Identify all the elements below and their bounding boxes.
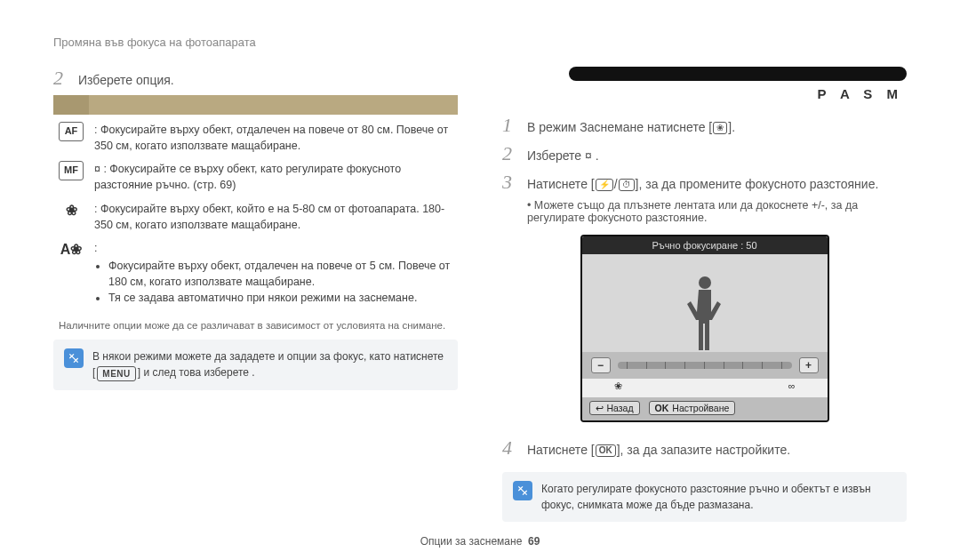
left-info-box: В някои режими можете да зададете и опци…	[53, 340, 458, 389]
option-description: :Фокусирайте върху обект, отдалечен на п…	[94, 240, 452, 307]
option-bullet: Тя се задава автоматично при някои режим…	[108, 290, 452, 306]
lcd-bottom-bar: ↩ Назад OK Настройване	[582, 397, 828, 420]
mode-letters: P A S M	[502, 86, 907, 101]
left-step-2: 2 Изберете опция.	[53, 67, 458, 90]
two-column-layout: 2 Изберете опция. AF: Фокусирайте върху …	[53, 67, 907, 522]
option-row: A❀:Фокусирайте върху обект, отдалечен на…	[53, 236, 458, 310]
options-footnote: Наличните опции може да се различават в …	[59, 320, 458, 331]
ok-button-badge: OK	[596, 444, 616, 457]
option-description: : Фокусирайте върху обект, който е на 5-…	[94, 201, 452, 233]
macro-end-icon: ❀	[614, 380, 622, 392]
camera-lcd-preview: Ръчно фокусиране : 50 − + ❀ ∞	[580, 235, 829, 422]
step-number: 3	[502, 171, 518, 194]
page-header-title: Промяна във фокуса на фотоапарата	[53, 36, 907, 49]
menu-button-badge: MENU	[97, 366, 135, 381]
manual-focus-icon: MF	[59, 161, 84, 180]
infinity-end-icon: ∞	[788, 380, 796, 392]
right-info-box: Когато регулирате фокусното разстояние р…	[502, 472, 907, 522]
lcd-ok-button[interactable]: OK Настройване	[649, 401, 736, 415]
autofocus-icon: AF	[59, 122, 84, 141]
timer-icon: ⏱	[619, 179, 635, 191]
lcd-back-button[interactable]: ↩ Назад	[589, 401, 640, 415]
flash-icon: ⚡	[596, 179, 613, 191]
ok-label: Настройване	[672, 403, 729, 413]
options-list: AF: Фокусирайте върху обект, отдалечен н…	[53, 118, 458, 309]
step-text: Натиснете [OK], за да запазите настройки…	[527, 441, 790, 460]
info-text: В някои режими можете да зададете и опци…	[92, 348, 447, 380]
step-number: 4	[502, 436, 518, 460]
step-3-subnote: Можете също да плъзнете лентата или да д…	[502, 199, 907, 224]
step-text: В режим Заснемане натиснете [❀].	[527, 118, 735, 137]
slider-range-icons: ❀ ∞	[582, 379, 828, 397]
macro-icon: ❀	[59, 201, 84, 220]
options-table-header	[53, 95, 458, 115]
option-description: ¤ : Фокусирайте се върху обект, като рег…	[94, 161, 452, 193]
section-header-bar	[569, 67, 907, 81]
info-text: Когато регулирате фокусното разстояние р…	[541, 481, 896, 513]
lcd-image-area	[582, 254, 828, 352]
right-step-1: 1 В режим Заснемане натиснете [❀].	[502, 114, 907, 137]
right-column: P A S M 1 В режим Заснемане натиснете [❀…	[502, 67, 907, 522]
option-row: ❀: Фокусирайте върху обект, който е на 5…	[53, 197, 458, 236]
ok-badge: OK	[655, 403, 669, 413]
right-step-4: 4 Натиснете [OK], за да запазите настрой…	[502, 436, 907, 460]
auto-macro-icon: A❀	[59, 240, 84, 260]
lcd-title: Ръчно фокусиране : 50	[582, 236, 828, 254]
slider-minus-button[interactable]: −	[591, 357, 611, 373]
back-arrow-icon: ↩	[596, 403, 604, 413]
option-row: AF: Фокусирайте върху обект, отдалечен н…	[53, 118, 458, 157]
page: Промяна във фокуса на фотоапарата 2 Избе…	[0, 0, 960, 560]
step-number: 1	[502, 114, 518, 137]
info-icon	[64, 348, 84, 368]
right-step-2: 2 Изберете ¤ .	[502, 142, 907, 165]
left-column: 2 Изберете опция. AF: Фокусирайте върху …	[53, 67, 458, 522]
right-step-3: 3 Натиснете [⚡/⏱], за да промените фокус…	[502, 171, 907, 194]
footer-section-label: Опции за заснемане	[420, 535, 523, 548]
slider-track[interactable]	[618, 362, 792, 369]
option-row: MF¤ : Фокусирайте се върху обект, като р…	[53, 157, 458, 196]
lcd-slider-row: − +	[582, 352, 828, 379]
step-number: 2	[502, 142, 518, 165]
page-number: 69	[528, 535, 540, 548]
option-description: : Фокусирайте върху обект, отдалечен на …	[94, 122, 452, 154]
person-silhouette-icon	[687, 272, 723, 352]
step-text: Изберете опция.	[78, 71, 174, 90]
svg-point-0	[699, 276, 711, 289]
option-bullet: Фокусирайте върху обект, отдалечен на по…	[108, 258, 452, 290]
step-number: 2	[53, 67, 69, 90]
back-label: Назад	[607, 403, 634, 413]
info-icon	[513, 481, 532, 500]
page-footer: Опции за заснемане 69	[0, 535, 960, 548]
slider-plus-button[interactable]: +	[799, 357, 819, 373]
macro-button-icon: ❀	[713, 122, 727, 134]
step-text: Изберете ¤ .	[527, 147, 599, 165]
step-text: Натиснете [⚡/⏱], за да промените фокусно…	[527, 175, 878, 194]
